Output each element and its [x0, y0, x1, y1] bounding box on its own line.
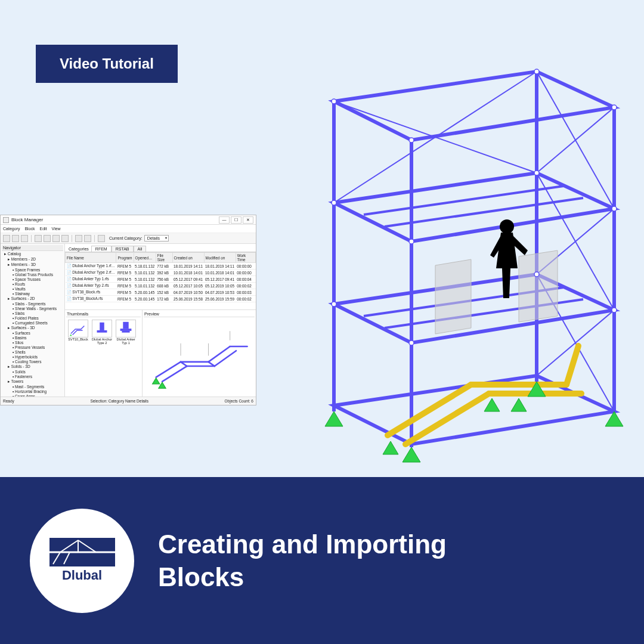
tree-item[interactable]: • Horizontal Bracing	[2, 389, 63, 394]
tree-item[interactable]: • Pressure Vessels	[2, 345, 63, 349]
category-label: Current Category:	[109, 236, 143, 240]
brand-name: Dlubal	[62, 568, 102, 583]
tree-item[interactable]: • Surfaces	[2, 330, 63, 335]
badge-label: Video Tutorial	[60, 55, 154, 72]
toolbar-button[interactable]	[61, 235, 69, 242]
svg-rect-52	[122, 331, 129, 333]
toolbar-button[interactable]	[98, 235, 105, 242]
tab-strip[interactable]: Categories RFEM RSTAB All	[65, 244, 256, 252]
toolbar-button[interactable]	[35, 235, 42, 242]
tree-item[interactable]: • Silos	[2, 340, 63, 345]
status-mid: Selection: Category Name Details	[90, 399, 148, 403]
tree-item[interactable]: • Space Frames	[2, 267, 63, 272]
column-header[interactable]: Modified on	[204, 253, 236, 263]
menu-view[interactable]: View	[52, 227, 61, 231]
toolbar-button[interactable]	[52, 235, 60, 242]
svg-point-38	[409, 138, 414, 143]
toolbar-button[interactable]	[12, 235, 19, 242]
close-button[interactable]: ✕	[243, 216, 253, 224]
navigator-panel[interactable]: Navigator ▸ Catalog▸ Members - 2D▸ Membe…	[1, 244, 65, 397]
column-header[interactable]: Work Time	[236, 253, 255, 263]
preview-panel[interactable]: Preview	[143, 310, 256, 397]
thumbnails-header: Thumbnails	[66, 311, 141, 317]
tree-item[interactable]: • Basins	[2, 335, 63, 340]
category-tree[interactable]: ▸ Catalog▸ Members - 2D▸ Members - 3D• S…	[2, 251, 63, 397]
table-cell: 10.01.2018 14:01	[204, 270, 236, 276]
tab-rstab[interactable]: RSTAB	[112, 246, 134, 252]
status-left: Ready	[3, 399, 14, 403]
table-row[interactable]: 📄 SVT38_BlockA.rfsRFEM 55.20.00.145172 k…	[66, 296, 256, 302]
tree-item[interactable]: ▸ Solids - 3D	[2, 364, 63, 369]
thumbnail[interactable]: SVT10_Block	[67, 320, 89, 345]
column-header[interactable]: Opened…	[134, 253, 156, 263]
table-row[interactable]: 📄 Dlubal Anker Typ 1.rfsRFEM 55.10.01.13…	[66, 276, 256, 283]
svg-marker-34	[511, 398, 527, 411]
table-cell: 5.10.01.132	[134, 276, 156, 283]
tree-item[interactable]: • Roofs	[2, 281, 63, 286]
thumbnails-panel[interactable]: Thumbnails SVT10_BlockDlubal Anchor Type…	[65, 310, 143, 397]
thumbnail[interactable]: Dlubal Anker Typ 1	[115, 320, 137, 345]
thumbnail[interactable]: Dlubal Anchor Type 2	[91, 320, 113, 345]
column-header[interactable]: File Size	[156, 253, 172, 263]
toolbar-button[interactable]	[44, 235, 51, 242]
table-row[interactable]: 📄 SVT38_Block.rfsRFEM 55.20.00.145152 kB…	[66, 289, 256, 296]
titlebar[interactable]: Block Manager — ☐ ✕	[1, 215, 256, 225]
tree-item[interactable]: ▸ Members - 2D	[2, 256, 63, 262]
table-cell: 00:00:00	[236, 263, 255, 270]
table-cell: 📄 SVT38_BlockA.rfs	[66, 296, 116, 302]
video-tutorial-badge: Video Tutorial	[36, 45, 178, 83]
column-header[interactable]: File Name	[66, 253, 116, 263]
banner-title-line1: Creating and Importing	[158, 528, 447, 561]
menu-edit[interactable]: Edit	[40, 227, 47, 231]
tree-item[interactable]: • Space Trusses	[2, 277, 63, 281]
tab-all[interactable]: All	[134, 246, 147, 252]
table-row[interactable]: 📄 Dlubal Anchor Type 2.rf…RFEM 55.10.01.…	[66, 270, 256, 276]
tab-rfem[interactable]: RFEM	[91, 246, 112, 252]
block-table[interactable]: File NameProgramOpened…File SizeCreated …	[65, 252, 256, 309]
tree-item[interactable]: • Hyperboloids	[2, 354, 63, 359]
status-bar: Ready Selection: Category Name Details O…	[1, 397, 256, 405]
table-cell: 608 kB	[156, 283, 172, 289]
tree-item[interactable]: • Global Truss Products	[2, 272, 63, 277]
toolbar-button[interactable]	[21, 235, 28, 242]
menu-category[interactable]: Category	[3, 227, 20, 231]
tree-item[interactable]: ▸ Catalog	[2, 251, 63, 256]
tree-item[interactable]: • Shells	[2, 349, 63, 354]
tree-item[interactable]: • Mast - Segments	[2, 384, 63, 389]
tree-item[interactable]: • Folded Plates	[2, 315, 63, 320]
maximize-button[interactable]: ☐	[231, 216, 242, 224]
tree-item[interactable]: ▸ Surfaces - 2D	[2, 296, 63, 301]
preview-body	[144, 317, 255, 394]
thumbnail-label: SVT10_Block	[68, 338, 88, 341]
table-row[interactable]: 📄 Dlubal Anchor Type 1.rf…RFEM 55.18.01.…	[66, 263, 256, 270]
toolbar-button[interactable]	[3, 235, 10, 242]
tree-item[interactable]: • Fasteners	[2, 374, 63, 379]
tree-item[interactable]: • Corrugated Sheets	[2, 320, 63, 325]
minimize-button[interactable]: —	[219, 216, 230, 224]
table-cell: 00:00:02	[236, 283, 255, 289]
menu-block[interactable]: Block	[24, 227, 35, 231]
toolbar-button[interactable]	[75, 235, 82, 242]
thumbnail-preview	[92, 320, 112, 338]
tree-item[interactable]: • Shear Walls - Segments	[2, 306, 63, 311]
block-manager-window[interactable]: Block Manager — ☐ ✕ Category Block Edit …	[0, 215, 256, 405]
table-cell: 05.12.2017 10:05	[172, 283, 204, 289]
tree-item[interactable]: ▸ Members - 3D	[2, 262, 63, 267]
tree-item[interactable]: ▸ Surfaces - 3D	[2, 325, 63, 330]
column-header[interactable]: Created on	[172, 253, 204, 263]
table-row[interactable]: 📄 Dlubal Anker Typ 2.rfsRFEM 55.10.01.13…	[66, 283, 256, 289]
thumbnail-preview	[68, 320, 88, 338]
menubar[interactable]: Category Block Edit View	[1, 225, 256, 233]
tree-item[interactable]: • Slabs	[2, 311, 63, 315]
table-cell: 25.06.2019 15:58	[172, 296, 204, 302]
tree-item[interactable]: ▸ Towers	[2, 379, 63, 384]
tree-item[interactable]: • Stairway	[2, 291, 63, 296]
toolbar-button[interactable]	[84, 235, 91, 242]
toolbar[interactable]: Current Category: Details	[1, 233, 256, 244]
tree-item[interactable]: • Vaults	[2, 286, 63, 291]
category-dropdown[interactable]: Details	[144, 235, 169, 242]
column-header[interactable]: Program	[116, 253, 134, 263]
tree-item[interactable]: • Cooling Towers	[2, 359, 63, 364]
tree-item[interactable]: • Solids	[2, 369, 63, 374]
tree-item[interactable]: • Slabs - Segments	[2, 301, 63, 306]
